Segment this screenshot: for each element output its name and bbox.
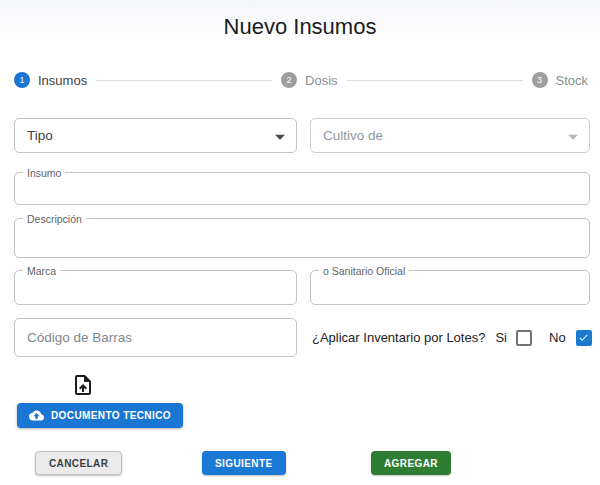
option-no-label: No	[549, 330, 566, 345]
step-1-circle: 1	[14, 72, 30, 88]
insumo-field[interactable]: Insumo	[14, 172, 590, 205]
upload-file-icon[interactable]	[71, 372, 95, 398]
tipo-select-value: Tipo	[27, 128, 53, 143]
documento-tecnico-button[interactable]: DOCUMENTO TECNICO	[17, 403, 183, 428]
cancelar-button[interactable]: CANCELAR	[35, 451, 122, 475]
marca-field-label: Marca	[23, 266, 60, 277]
step-stock[interactable]: 3 Stock	[532, 72, 589, 88]
marca-field[interactable]: Marca	[14, 270, 297, 305]
step-connector	[96, 80, 272, 81]
siguiente-button[interactable]: SIGUIENTE	[202, 451, 286, 475]
step-2-circle: 2	[281, 72, 297, 88]
documento-tecnico-label: DOCUMENTO TECNICO	[51, 410, 171, 421]
step-1-label: Insumos	[38, 73, 87, 88]
step-3-label: Stock	[556, 73, 589, 88]
inventario-lotes-question: ¿Aplicar Inventario por Lotes?	[312, 330, 485, 345]
stepper: 1 Insumos 2 Dosis 3 Stock	[14, 71, 588, 89]
sanitario-field[interactable]: o Sanitario Oficial	[310, 270, 590, 305]
cultivo-select[interactable]: Cultivo de	[310, 118, 590, 153]
insumo-field-label: Insumo	[23, 168, 65, 179]
check-icon	[578, 332, 589, 343]
chevron-down-icon	[275, 134, 285, 139]
cloud-upload-icon	[29, 410, 44, 421]
option-si-label: Si	[495, 330, 507, 345]
descripcion-field[interactable]: Descripción	[14, 218, 590, 258]
no-checkbox[interactable]	[576, 330, 592, 346]
page-title: Nuevo Insumos	[0, 14, 600, 40]
chevron-down-icon	[568, 134, 578, 139]
sanitario-field-label: o Sanitario Oficial	[319, 266, 409, 277]
step-insumos[interactable]: 1 Insumos	[14, 72, 87, 88]
insumo-input[interactable]	[15, 173, 589, 204]
step-3-circle: 3	[532, 72, 548, 88]
codigo-barras-input[interactable]	[15, 319, 296, 356]
codigo-barras-field[interactable]	[14, 318, 297, 357]
descripcion-input[interactable]	[15, 219, 589, 257]
step-2-label: Dosis	[305, 73, 338, 88]
descripcion-field-label: Descripción	[23, 214, 86, 225]
step-connector	[347, 80, 523, 81]
agregar-button[interactable]: AGREGAR	[371, 451, 451, 475]
inventario-lotes-group: ¿Aplicar Inventario por Lotes? Si No	[312, 318, 592, 357]
step-dosis[interactable]: 2 Dosis	[281, 72, 338, 88]
tipo-select[interactable]: Tipo	[14, 118, 297, 153]
si-checkbox[interactable]	[516, 330, 532, 346]
cultivo-select-value: Cultivo de	[323, 128, 383, 143]
